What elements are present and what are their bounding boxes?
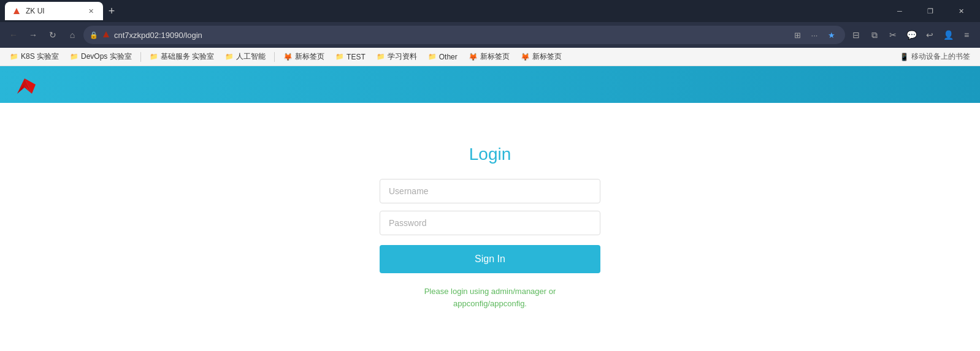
bookmark-label: DevOps 实验室 [81, 51, 132, 62]
bookmark-label: 学习资料 [388, 51, 417, 62]
folder-icon: 📁 [335, 53, 344, 61]
new-tab-button[interactable]: + [103, 2, 120, 20]
svg-marker-2 [103, 31, 109, 37]
password-input[interactable] [380, 211, 600, 235]
bookmark-label: K8S 实验室 [21, 51, 59, 62]
folder-icon: 📁 [70, 53, 78, 61]
bookmark-label: 新标签页 [295, 51, 324, 62]
title-bar: ZK UI ✕ + ─ ❐ ✕ [0, 0, 980, 22]
folder-icon: 📁 [428, 53, 437, 61]
collections-button[interactable]: ⊟ [848, 26, 865, 43]
tab-close-button[interactable]: ✕ [86, 6, 96, 16]
address-actions: ⊞ ··· ★ [790, 28, 839, 42]
window-controls: ─ ❐ ✕ [886, 2, 975, 20]
tab-split-button[interactable]: ⧉ [866, 26, 883, 43]
bookmark-button[interactable]: ★ [824, 28, 839, 42]
security-icon: 🔒 [90, 31, 98, 39]
folder-icon: 📁 [225, 53, 234, 61]
bookmark-study[interactable]: 📁 学习资料 [372, 50, 422, 63]
more-button[interactable]: ··· [807, 28, 822, 42]
bookmark-label: 人工智能 [236, 51, 266, 62]
username-input[interactable] [380, 179, 600, 203]
qr-code-button[interactable]: ⊞ [790, 28, 805, 42]
close-button[interactable]: ✕ [947, 2, 975, 20]
login-area: Login Sign In Please login using admin/m… [0, 103, 980, 351]
bookmark-devops[interactable]: 📁 DevOps 实验室 [65, 50, 137, 63]
app-logo [12, 72, 37, 97]
site-favicon [102, 30, 110, 40]
firefox-icon-2: 🦊 [469, 53, 478, 61]
login-title: Login [469, 145, 511, 164]
feedback-button[interactable]: 💬 [903, 26, 920, 43]
bookmark-label: Other [439, 53, 457, 61]
minimize-button[interactable]: ─ [886, 2, 914, 20]
tab-favicon [12, 7, 21, 15]
account-button[interactable]: 👤 [940, 26, 957, 43]
bookmark-other[interactable]: 📁 Other [423, 51, 462, 62]
home-button[interactable]: ⌂ [64, 26, 81, 43]
forward-button[interactable]: → [25, 26, 42, 43]
sign-in-button[interactable]: Sign In [380, 245, 600, 273]
address-bar[interactable]: 🔒 cnt7xzkpd02:19090/login ⊞ ··· ★ [83, 26, 845, 44]
bookmark-new-tab-1[interactable]: 🦊 新标签页 [278, 50, 329, 63]
login-hint: Please login using admin/manager or appc… [380, 285, 600, 309]
bookmark-base-services[interactable]: 📁 基础服务 实验室 [145, 50, 219, 63]
app-header [0, 66, 980, 103]
folder-icon: 📁 [10, 53, 18, 61]
firefox-icon: 🦊 [283, 53, 293, 61]
screenshot-button[interactable]: ✂ [884, 26, 902, 43]
nav-right-actions: ⊟ ⧉ ✂ 💬 ↩ 👤 ≡ [848, 26, 975, 43]
hint-line1: Please login using admin/manager or [424, 287, 556, 296]
firefox-icon-3: 🦊 [521, 53, 530, 61]
bookmark-label: TEST [346, 53, 366, 61]
folder-icon: 📁 [377, 53, 385, 61]
bookmark-label: 新标签页 [480, 51, 510, 62]
mobile-bookmarks-label: 移动设备上的书签 [911, 51, 970, 62]
browser-window: ZK UI ✕ + ─ ❐ ✕ ← → ↻ ⌂ 🔒 cnt7xzkpd02:19… [0, 0, 980, 351]
active-tab[interactable]: ZK UI ✕ [5, 2, 103, 20]
page-content: Login Sign In Please login using admin/m… [0, 66, 980, 351]
bird-logo-icon [12, 72, 37, 97]
bookmark-separator-2 [274, 52, 275, 62]
folder-icon: 📁 [150, 53, 158, 61]
undo-button[interactable]: ↩ [921, 26, 938, 43]
bookmark-test[interactable]: 📁 TEST [331, 51, 370, 62]
refresh-button[interactable]: ↻ [44, 26, 61, 43]
bookmark-new-tab-3[interactable]: 🦊 新标签页 [516, 50, 567, 63]
address-text: cnt7xzkpd02:19090/login [114, 31, 786, 40]
tab-area: ZK UI ✕ + [5, 0, 883, 22]
bookmark-ai[interactable]: 📁 人工智能 [220, 50, 270, 63]
bookmarks-right: 📱 移动设备上的书签 [895, 50, 975, 63]
navigation-bar: ← → ↻ ⌂ 🔒 cnt7xzkpd02:19090/login ⊞ ··· … [0, 22, 980, 48]
bookmark-label: 基础服务 实验室 [161, 51, 214, 62]
back-button[interactable]: ← [5, 26, 22, 43]
bookmark-k8s[interactable]: 📁 K8S 实验室 [5, 50, 64, 63]
menu-button[interactable]: ≡ [958, 26, 975, 43]
bookmark-separator [140, 52, 141, 62]
bookmark-new-tab-2[interactable]: 🦊 新标签页 [464, 50, 515, 63]
bookmark-label: 新标签页 [532, 51, 562, 62]
mobile-bookmarks-button[interactable]: 📱 移动设备上的书签 [895, 50, 975, 63]
maximize-button[interactable]: ❐ [916, 2, 944, 20]
login-form: Sign In Please login using admin/manager… [380, 179, 600, 309]
bookmarks-bar: 📁 K8S 实验室 📁 DevOps 实验室 📁 基础服务 实验室 📁 人工智能… [0, 48, 980, 66]
hint-line2: appconfig/appconfig. [453, 299, 527, 308]
tab-title: ZK UI [26, 7, 81, 15]
mobile-icon: 📱 [900, 53, 909, 61]
